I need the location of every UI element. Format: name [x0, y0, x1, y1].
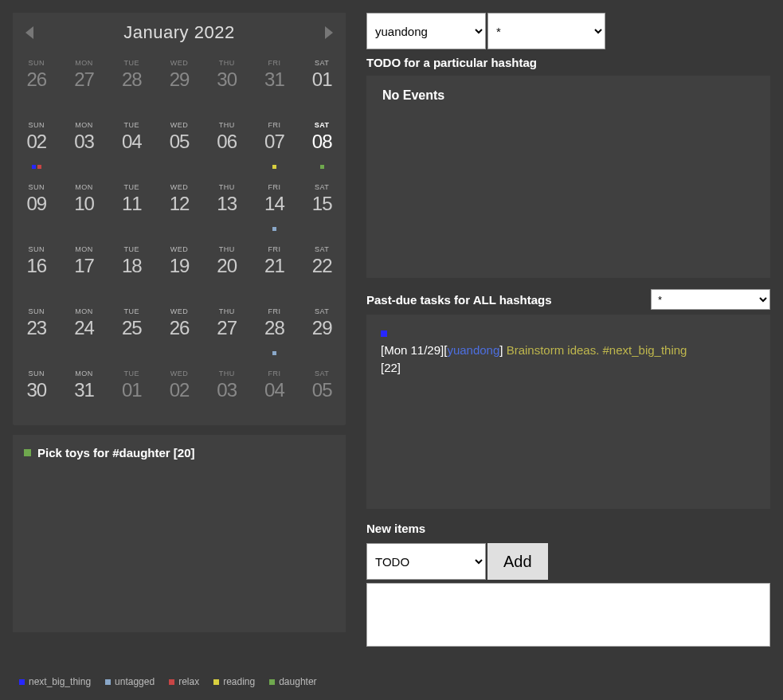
day-number: 26 [155, 317, 203, 339]
calendar-day-cell[interactable]: THU27 [203, 301, 251, 363]
event-color-dot-icon [24, 449, 31, 456]
calendar-day-cell[interactable]: FRI07 [251, 115, 299, 177]
calendar-day-cell[interactable]: SAT15 [298, 177, 346, 239]
calendar-day-cell[interactable]: MON27 [61, 53, 108, 115]
day-number: 19 [155, 255, 203, 277]
calendar-day-cell[interactable]: TUE28 [108, 53, 155, 115]
calendar-day-cell[interactable]: MON31 [61, 363, 108, 425]
legend-label: reading [223, 676, 255, 687]
legend: next_big_thinguntaggedrelaxreadingdaught… [13, 663, 346, 687]
event-dots [251, 165, 299, 169]
calendar-day-cell[interactable]: FRI21 [251, 239, 299, 301]
legend-item[interactable]: relax [169, 676, 199, 687]
day-of-week-label: MON [61, 121, 108, 129]
pastdue-hashtag-select[interactable]: * [651, 289, 770, 310]
day-of-week-label: WED [155, 59, 203, 67]
day-number: 20 [203, 255, 251, 277]
day-number: 16 [13, 255, 61, 277]
calendar-day-cell[interactable]: THU13 [203, 177, 251, 239]
calendar-day-cell[interactable]: FRI04 [251, 363, 299, 425]
legend-item[interactable]: untagged [105, 676, 155, 687]
calendar-day-cell[interactable]: FRI31 [251, 53, 299, 115]
calendar: January 2022 SUN26MON27TUE28WED29THU30FR… [13, 13, 346, 425]
day-number: 24 [61, 317, 108, 339]
day-of-week-label: TUE [108, 307, 155, 315]
day-number: 01 [298, 68, 346, 91]
day-number: 12 [155, 193, 203, 215]
legend-item[interactable]: daughter [269, 676, 316, 687]
calendar-day-cell[interactable]: SAT08 [298, 115, 346, 177]
day-number: 06 [203, 131, 251, 153]
day-of-week-label: WED [155, 307, 203, 315]
day-of-week-label: THU [203, 370, 251, 377]
legend-color-icon [213, 679, 219, 685]
event-text: Pick toys for #daughter [20] [37, 446, 195, 459]
day-number: 09 [13, 193, 61, 215]
day-number: 27 [203, 317, 251, 339]
calendar-day-cell[interactable]: WED26 [155, 301, 203, 363]
pastdue-title: Past-due tasks for ALL hashtags [366, 293, 552, 307]
calendar-day-cell[interactable]: WED05 [155, 115, 203, 177]
calendar-day-cell[interactable]: MON10 [61, 177, 108, 239]
day-of-week-label: SAT [298, 183, 346, 191]
next-month-button[interactable] [325, 26, 333, 39]
calendar-day-cell[interactable]: TUE11 [108, 177, 155, 239]
day-of-week-label: WED [155, 121, 203, 129]
day-number: 04 [251, 379, 299, 401]
pastdue-task[interactable]: [Mon 11/29][yuandong] Brainstorm ideas. … [381, 324, 756, 376]
event-dot-icon [320, 165, 324, 169]
calendar-day-cell[interactable]: SUN09 [13, 177, 61, 239]
calendar-day-cell[interactable]: TUE04 [108, 115, 155, 177]
prev-month-button[interactable] [25, 26, 33, 39]
calendar-day-cell[interactable]: SUN23 [13, 301, 61, 363]
calendar-day-cell[interactable]: MON24 [61, 301, 108, 363]
day-number: 31 [251, 68, 299, 91]
item-type-select[interactable]: TODO [366, 543, 486, 580]
calendar-day-cell[interactable]: WED19 [155, 239, 203, 301]
day-of-week-label: WED [155, 370, 203, 377]
calendar-day-cell[interactable]: SUN02 [13, 115, 61, 177]
add-button[interactable]: Add [487, 543, 548, 580]
new-items-section: New items TODO Add [366, 520, 770, 647]
calendar-header: January 2022 [13, 13, 346, 53]
calendar-day-cell[interactable]: MON17 [61, 239, 108, 301]
legend-color-icon [19, 679, 25, 685]
calendar-day-cell[interactable]: SUN16 [13, 239, 61, 301]
hashtag-select[interactable]: * [487, 13, 605, 49]
day-of-week-label: WED [155, 183, 203, 191]
calendar-day-cell[interactable]: THU30 [203, 53, 251, 115]
user-select[interactable]: yuandong [366, 13, 486, 49]
calendar-day-cell[interactable]: SAT05 [298, 363, 346, 425]
event-dots [251, 351, 299, 355]
calendar-day-cell[interactable]: FRI28 [251, 301, 299, 363]
calendar-day-cell[interactable]: WED12 [155, 177, 203, 239]
calendar-day-cell[interactable]: THU03 [203, 363, 251, 425]
calendar-day-cell[interactable]: TUE01 [108, 363, 155, 425]
calendar-day-cell[interactable]: SUN30 [13, 363, 61, 425]
calendar-day-cell[interactable]: SAT22 [298, 239, 346, 301]
no-events-text: No Events [382, 88, 444, 102]
calendar-day-cell[interactable]: TUE18 [108, 239, 155, 301]
calendar-day-cell[interactable]: THU06 [203, 115, 251, 177]
legend-item[interactable]: next_big_thing [19, 676, 91, 687]
day-number: 30 [13, 379, 61, 401]
calendar-day-cell[interactable]: SAT29 [298, 301, 346, 363]
legend-color-icon [169, 679, 174, 685]
day-number: 30 [203, 68, 251, 91]
calendar-day-cell[interactable]: WED29 [155, 53, 203, 115]
event-dot-icon [272, 351, 276, 355]
new-item-textarea[interactable] [366, 583, 770, 647]
day-of-week-label: FRI [251, 183, 299, 191]
calendar-day-cell[interactable]: SAT01 [298, 53, 346, 115]
event-item[interactable]: Pick toys for #daughter [20] [24, 446, 335, 459]
calendar-day-cell[interactable]: FRI14 [251, 177, 299, 239]
selected-day-events: Pick toys for #daughter [20] [13, 435, 346, 632]
day-number: 02 [155, 379, 203, 401]
day-number: 17 [61, 255, 108, 277]
calendar-day-cell[interactable]: THU20 [203, 239, 251, 301]
calendar-day-cell[interactable]: MON03 [61, 115, 108, 177]
calendar-day-cell[interactable]: WED02 [155, 363, 203, 425]
calendar-day-cell[interactable]: TUE25 [108, 301, 155, 363]
calendar-day-cell[interactable]: SUN26 [13, 53, 61, 115]
legend-item[interactable]: reading [213, 676, 255, 687]
